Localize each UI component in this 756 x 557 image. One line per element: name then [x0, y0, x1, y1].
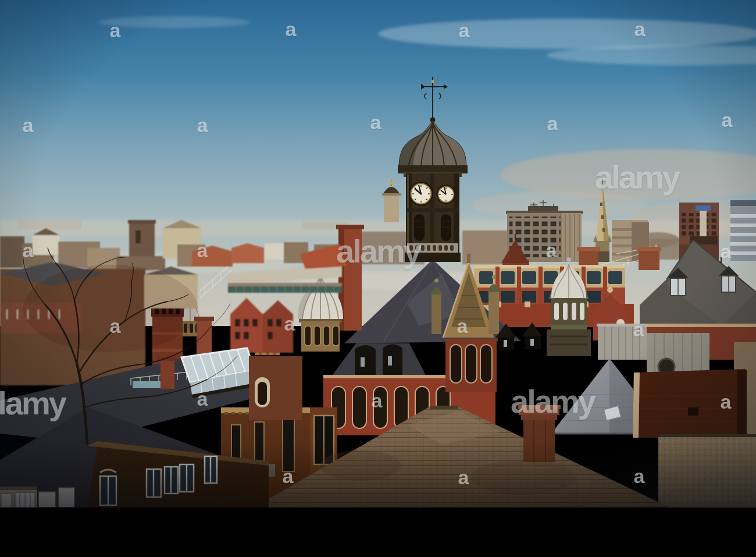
- stock-photo-image: Clock tower of York Magistrates Court am…: [0, 0, 756, 508]
- vignette: [0, 0, 756, 508]
- alamy-stock-photo-page: { "scene": { "subject": "Clock tower of …: [0, 0, 756, 557]
- footer-bar: alamy Image ID: F1EX8X www.alamy.com: [0, 508, 756, 557]
